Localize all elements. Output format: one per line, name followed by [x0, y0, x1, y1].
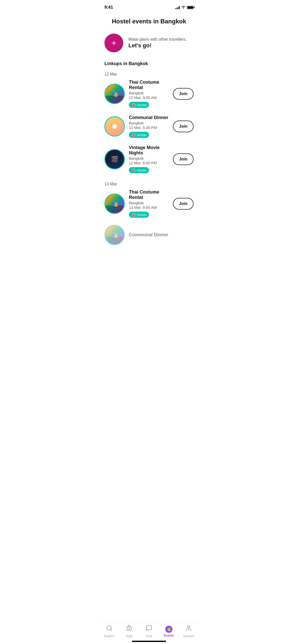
chat-icon [146, 625, 152, 633]
tag-label: Hostel [137, 168, 146, 172]
event-info: Communal Dinner [129, 232, 194, 238]
event-tag: 🏨 Hostel [129, 132, 149, 138]
events-icon: 👋 [165, 626, 172, 633]
event-item: Communal Dinner Bangkok 12 Mar, 5:30 PM … [99, 115, 199, 145]
battery-icon [187, 6, 194, 9]
hostel-icon: 🏨 [131, 168, 136, 172]
status-bar: 9:41 [99, 0, 199, 13]
nav-item-explore[interactable]: Explore [102, 625, 117, 638]
hostel-icon: 🏨 [131, 133, 136, 137]
event-tag: 🏨 Hostel [129, 167, 149, 173]
event-time: 12 Mar, 5:30 PM [129, 125, 169, 130]
event-item: Vintage Movie Nights Bangkok 12 Mar, 6:0… [99, 145, 199, 180]
hostel-icon: 🏨 [131, 213, 136, 217]
nav-item-events[interactable]: 👋 Events [161, 626, 177, 637]
status-icons [175, 5, 194, 9]
nav-label-chat: Chat [146, 634, 152, 638]
event-name: Thai Costume Rental [129, 80, 169, 90]
hostel-icon: 🏨 [131, 103, 136, 107]
nav-label-explore: Explore [104, 634, 115, 638]
status-time: 9:41 [104, 5, 113, 10]
event-avatar[interactable] [104, 116, 125, 137]
partial-event: Communal Dinner [99, 225, 199, 245]
join-button[interactable]: Join [173, 198, 194, 210]
event-item: Thai Costume Rental Bangkok 13 Mar, 9:00… [99, 189, 199, 225]
event-location: Bangkok [129, 156, 169, 160]
event-avatar[interactable] [104, 194, 125, 214]
event-avatar[interactable] [104, 84, 125, 104]
page-title: Hostel events in Bangkok [99, 13, 199, 27]
account-icon [185, 625, 192, 633]
nav-label-events: Events [164, 634, 174, 637]
event-info: Communal Dinner Bangkok 12 Mar, 5:30 PM … [129, 115, 169, 138]
nav-item-chat[interactable]: Chat [141, 625, 157, 638]
event-time: 12 Mar, 9:00 AM [129, 95, 169, 100]
event-time: 13 Mar, 9:00 AM [129, 205, 169, 210]
join-button[interactable]: Join [173, 121, 194, 132]
nav-label-account: Account [183, 634, 194, 638]
event-avatar [104, 225, 125, 245]
tag-label: Hostel [137, 103, 146, 107]
event-time: 12 Mar, 6:00 PM [129, 161, 169, 165]
home-indicator [132, 641, 166, 642]
nav-item-account[interactable]: Account [181, 625, 196, 638]
trips-icon [126, 625, 132, 633]
explore-icon [106, 625, 113, 633]
event-tag: 🏨 Hostel [129, 212, 149, 218]
event-location: Bangkok [129, 201, 169, 205]
event-name: Thai Costume Rental [129, 189, 169, 200]
svg-line-1 [111, 630, 112, 631]
event-item: Thai Costume Rental Bangkok 12 Mar, 9:00… [99, 80, 199, 115]
tag-label: Hostel [137, 213, 146, 217]
wifi-icon [181, 5, 185, 9]
event-avatar[interactable] [104, 149, 125, 169]
promo-title: Let's go! [128, 42, 187, 49]
tag-label: Hostel [137, 133, 146, 137]
event-info: Thai Costume Rental Bangkok 13 Mar, 9:00… [129, 189, 169, 218]
join-button[interactable]: Join [173, 88, 194, 100]
event-name: Communal Dinner [129, 115, 169, 120]
event-location: Bangkok [129, 91, 169, 95]
promo-text: Make plans with other travellers. Let's … [128, 37, 187, 49]
create-event-button[interactable]: + [104, 34, 123, 52]
signal-icon [175, 6, 180, 9]
event-name: Communal Dinner [129, 232, 194, 238]
join-button[interactable]: Join [173, 153, 194, 165]
event-location: Bangkok [129, 121, 169, 125]
promo-subtitle: Make plans with other travellers. [128, 37, 187, 42]
svg-point-5 [188, 626, 190, 628]
section-title: Linkups in Bangkok [99, 58, 199, 70]
promo-banner: + Make plans with other travellers. Let'… [99, 27, 199, 58]
event-name: Vintage Movie Nights [129, 145, 169, 156]
nav-item-trips[interactable]: Trips [121, 625, 137, 638]
date-header-13mar: 13 Mar [99, 180, 199, 189]
event-tag: 🏨 Hostel [129, 102, 149, 108]
event-info: Thai Costume Rental Bangkok 12 Mar, 9:00… [129, 80, 169, 108]
linkups-section: Linkups in Bangkok 12 Mar Thai Costume R… [99, 58, 199, 245]
date-header-12mar: 12 Mar [99, 70, 199, 80]
nav-label-trips: Trips [126, 634, 132, 638]
plus-icon: + [112, 39, 116, 47]
event-info: Vintage Movie Nights Bangkok 12 Mar, 6:0… [129, 145, 169, 173]
